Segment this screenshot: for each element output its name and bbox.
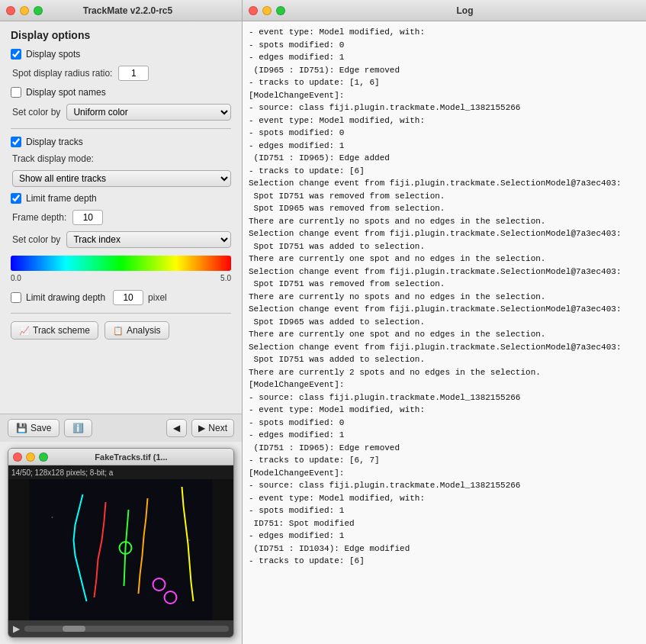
left-titlebar: TrackMate v2.2.0-rc5 xyxy=(0,0,242,21)
info-icon: ℹ️ xyxy=(72,423,84,433)
limit-frame-depth-label: Limit frame depth xyxy=(26,193,97,204)
tracks-svg xyxy=(8,479,233,620)
svg-point-1 xyxy=(52,517,53,518)
gradient-min-label: 0.0 xyxy=(11,274,21,282)
frame-depth-label: Frame depth: xyxy=(12,212,66,223)
display-tracks-label: Display tracks xyxy=(26,137,83,147)
set-color-by-tracks-select[interactable]: Track index Uniform color xyxy=(66,231,231,248)
track-display-mode-label-row: Track display mode: xyxy=(11,153,231,164)
right-panel: Log - event type: Model modified, with: … xyxy=(243,0,646,644)
log-title: Log xyxy=(290,5,640,16)
log-maximize-button[interactable] xyxy=(276,6,285,15)
action-buttons-row: 📈 Track scheme 📋 Analysis xyxy=(11,321,231,340)
section-title-display-options: Display options xyxy=(11,29,231,41)
image-minimize-button[interactable] xyxy=(26,452,35,462)
limit-drawing-depth-input[interactable]: 10 xyxy=(113,290,143,305)
image-window: FakeTracks.tif (1... 14/50; 128x128 pixe… xyxy=(8,448,234,638)
display-spots-label: Display spots xyxy=(26,49,80,60)
spot-radius-input[interactable]: 1 xyxy=(118,66,149,81)
analysis-button[interactable]: 📋 Analysis xyxy=(104,321,169,340)
limit-frame-depth-checkbox[interactable] xyxy=(11,193,21,204)
limit-frame-depth-row: Limit frame depth xyxy=(11,193,231,204)
scroll-thumb xyxy=(63,626,85,632)
image-bottom-bar: ▶ xyxy=(8,620,233,637)
next-button[interactable]: ▶ Next xyxy=(191,419,234,437)
divider-2 xyxy=(11,313,231,314)
analysis-icon: 📋 xyxy=(113,326,124,336)
image-info-bar: 14/50; 128x128 pixels; 8-bit; a xyxy=(8,465,233,479)
info-button[interactable]: ℹ️ xyxy=(64,419,92,437)
display-spots-row: Display spots xyxy=(11,49,231,60)
left-panel: TrackMate v2.2.0-rc5 Display options Dis… xyxy=(0,0,243,644)
scroll-track[interactable] xyxy=(24,626,229,632)
log-titlebar: Log xyxy=(243,0,646,21)
image-canvas xyxy=(8,479,233,620)
set-color-by-tracks-label: Set color by xyxy=(12,234,60,245)
set-color-by-spots-row: Set color by Uniform color Track index C… xyxy=(11,104,231,121)
spot-radius-label: Spot display radius ratio: xyxy=(12,68,112,79)
track-display-mode-select-row: Show all entire tracks Show tracks up to… xyxy=(11,170,231,187)
set-color-by-spots-label: Set color by xyxy=(12,107,60,118)
svg-point-2 xyxy=(189,539,191,541)
frame-depth-input[interactable]: 10 xyxy=(72,210,103,225)
close-button[interactable] xyxy=(6,6,15,15)
display-tracks-row: Display tracks xyxy=(11,137,231,147)
prev-button[interactable]: ◀ xyxy=(166,419,187,437)
divider-1 xyxy=(11,128,231,129)
image-info-text: 14/50; 128x128 pixels; 8-bit; a xyxy=(11,469,113,477)
next-label: Next xyxy=(208,423,227,433)
limit-drawing-depth-checkbox[interactable] xyxy=(11,292,21,303)
limit-drawing-depth-label: Limit drawing depth xyxy=(26,292,105,303)
log-content[interactable]: - event type: Model modified, with: - sp… xyxy=(243,21,646,644)
track-scheme-icon: 📈 xyxy=(19,326,30,336)
display-spot-names-label: Display spot names xyxy=(26,87,106,98)
track-scheme-label: Track scheme xyxy=(33,325,90,336)
track-scheme-button[interactable]: 📈 Track scheme xyxy=(11,321,98,340)
display-spots-checkbox[interactable] xyxy=(11,49,21,60)
frame-depth-row: Frame depth: 10 xyxy=(11,210,231,225)
set-color-by-spots-select[interactable]: Uniform color Track index Custom xyxy=(66,104,231,121)
maximize-button[interactable] xyxy=(34,6,43,15)
display-spot-names-row: Display spot names xyxy=(11,87,231,98)
display-tracks-checkbox[interactable] xyxy=(11,137,21,147)
color-gradient-bar xyxy=(11,256,231,271)
log-close-button[interactable] xyxy=(249,6,258,15)
analysis-label: Analysis xyxy=(127,325,161,336)
limit-drawing-depth-row: Limit drawing depth 10 pixel xyxy=(11,290,231,305)
prev-icon: ◀ xyxy=(173,423,180,433)
svg-rect-0 xyxy=(30,479,213,620)
bottom-bar: 💾 Save ℹ️ ◀ ▶ Next xyxy=(0,414,242,442)
image-titlebar: FakeTracks.tif (1... xyxy=(8,449,233,465)
save-icon: 💾 xyxy=(16,423,27,433)
display-spot-names-checkbox[interactable] xyxy=(11,87,21,98)
gradient-max-label: 5.0 xyxy=(220,274,231,282)
track-display-mode-select[interactable]: Show all entire tracks Show tracks up to… xyxy=(12,170,231,187)
log-minimize-button[interactable] xyxy=(262,6,272,15)
play-button[interactable]: ▶ xyxy=(13,623,20,634)
gradient-labels: 0.0 5.0 xyxy=(11,274,231,282)
set-color-by-tracks-row: Set color by Track index Uniform color xyxy=(11,231,231,248)
save-button[interactable]: 💾 Save xyxy=(8,419,59,437)
pixel-label: pixel xyxy=(148,292,167,303)
image-title: FakeTracks.tif (1... xyxy=(52,452,211,462)
panel-content: Display options Display spots Spot displ… xyxy=(0,21,242,414)
window-title: TrackMate v2.2.0-rc5 xyxy=(47,5,208,16)
log-wrapper: - event type: Model modified, with: - sp… xyxy=(243,21,646,644)
save-label: Save xyxy=(31,423,51,433)
minimize-button[interactable] xyxy=(20,6,29,15)
image-close-button[interactable] xyxy=(13,452,22,462)
track-display-mode-label: Track display mode: xyxy=(12,153,94,164)
spot-radius-row: Spot display radius ratio: 1 xyxy=(11,66,231,81)
next-arrow-icon: ▶ xyxy=(198,423,205,433)
image-maximize-button[interactable] xyxy=(39,452,48,462)
